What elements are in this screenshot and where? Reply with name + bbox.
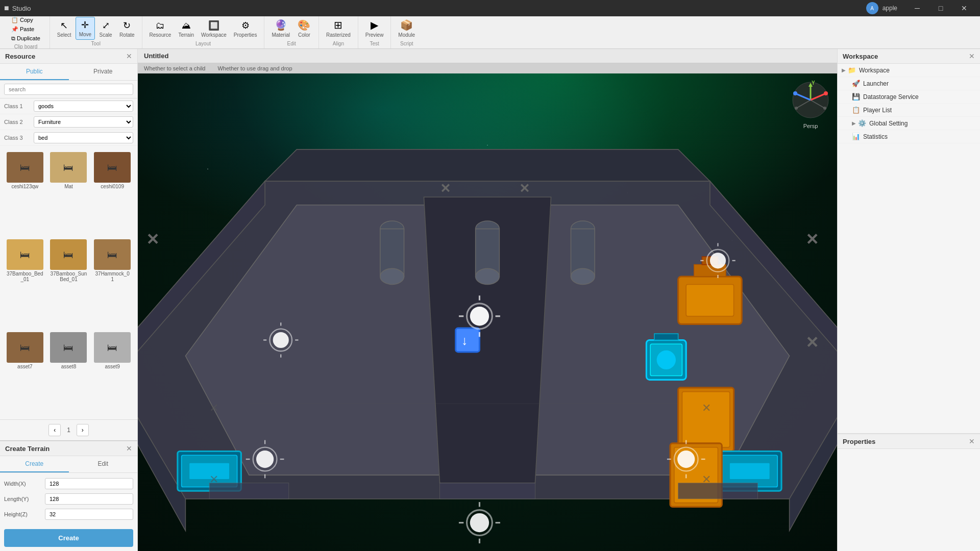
viewport-canvas[interactable]: ✕ ✕ ✕ ✕ ✕ ✕ <box>138 73 837 551</box>
svg-point-51 <box>273 332 289 348</box>
tree-item[interactable]: 📋Player List <box>838 104 980 117</box>
scale-icon: ⤢ <box>102 20 110 31</box>
hint1[interactable]: Whether to select a child <box>144 65 205 71</box>
tree-item-label: Datastorage Service <box>863 93 919 101</box>
terrain-create-btn[interactable]: Create <box>4 529 133 547</box>
material-label: Material <box>272 32 290 38</box>
resource-btn[interactable]: 🗂 Resource <box>146 18 175 40</box>
window-controls: ─ □ ✕ <box>905 0 976 16</box>
svg-text:✕: ✕ <box>702 402 711 414</box>
length-label: Length(Y) <box>4 496 41 502</box>
color-btn[interactable]: 🎨 Color <box>294 17 314 40</box>
workspace-btn[interactable]: 🔲 Workspace <box>198 18 230 40</box>
tree-item[interactable]: 🚀Launcher <box>838 77 980 90</box>
paste-icon: 📌 <box>11 26 18 33</box>
class1-select[interactable]: goods <box>34 101 133 112</box>
terrain-panel-close[interactable]: ✕ <box>126 444 132 453</box>
asset-item[interactable]: 🛏Mat <box>48 150 90 235</box>
hint-bar: Whether to select a child Whether to use… <box>138 63 837 73</box>
search-bar <box>0 81 137 98</box>
toolbar-clipboard-group: 📋 Copy 📌 Paste ⧉ Duplicate Clip board <box>2 16 50 48</box>
scale-btn[interactable]: ⤢ Scale <box>96 18 115 40</box>
svg-text:✕: ✕ <box>519 181 530 195</box>
properties-panel-close[interactable]: ✕ <box>969 437 975 445</box>
close-btn[interactable]: ✕ <box>952 0 976 16</box>
private-tab[interactable]: Private <box>69 64 138 80</box>
properties-panel: Properties ✕ <box>838 433 980 551</box>
persp-label: Persp <box>790 123 831 129</box>
left-panel: Resource ✕ Public Private Class 1 goods … <box>0 49 138 551</box>
clipboard-label: Clip board <box>14 44 38 49</box>
svg-point-45 <box>470 307 489 325</box>
width-input[interactable] <box>45 478 133 489</box>
svg-marker-9 <box>265 149 710 181</box>
asset-item[interactable]: 🛏ceshi0109 <box>91 150 133 235</box>
duplicate-btn[interactable]: ⧉ Duplicate <box>8 34 43 43</box>
app-title: Studio <box>12 5 31 12</box>
paste-btn[interactable]: 📌 Paste <box>8 25 43 34</box>
asset-name: asset8 <box>61 364 76 369</box>
module-btn[interactable]: 📦 Module <box>395 17 418 40</box>
viewport[interactable]: Untitled Whether to select a child Wheth… <box>138 49 837 551</box>
asset-item[interactable]: 🛏37Bamboo_SunBed_01 <box>48 237 90 328</box>
asset-item[interactable]: 🛏37Hammock_01 <box>91 237 133 328</box>
copy-btn[interactable]: 📋 Copy <box>8 16 43 24</box>
minimize-btn[interactable]: ─ <box>905 0 929 16</box>
scale-label: Scale <box>100 32 112 38</box>
asset-name: asset9 <box>105 364 119 369</box>
next-page-btn[interactable]: › <box>77 424 89 436</box>
asset-item[interactable]: 🛏asset8 <box>48 330 90 415</box>
toolbar-script-group: 📦 Module Script <box>391 16 422 48</box>
resource-tab-bar: Public Private <box>0 64 137 81</box>
asset-item[interactable]: 🛏37Bamboo_Bed_01 <box>4 237 46 328</box>
length-input[interactable] <box>45 493 133 505</box>
preview-btn[interactable]: ▶ Preview <box>362 17 387 40</box>
svg-text:✕: ✕ <box>209 402 218 414</box>
tree-item[interactable]: 📊Statistics <box>838 130 980 143</box>
properties-panel-title: Properties <box>843 438 875 445</box>
move-btn[interactable]: ✛ Move <box>76 17 95 40</box>
terrain-icon: ⛰ <box>182 20 191 31</box>
resource-panel-close[interactable]: ✕ <box>126 52 132 60</box>
svg-point-18 <box>380 268 404 284</box>
layout-label: Layout <box>195 41 211 46</box>
asset-item[interactable]: 🛏asset9 <box>91 330 133 415</box>
svg-rect-83 <box>209 483 289 499</box>
scene-svg: ✕ ✕ ✕ ✕ ✕ ✕ <box>138 73 837 551</box>
class2-select[interactable]: Furniture <box>34 116 133 128</box>
tree-item-icon: 📊 <box>852 133 860 140</box>
tree-item[interactable]: ▶📁Workspace <box>838 64 980 77</box>
class3-select[interactable]: bed <box>34 132 133 143</box>
maximize-btn[interactable]: □ <box>929 0 952 16</box>
terrain-panel-header: Create Terrain ✕ <box>0 441 137 456</box>
material-btn[interactable]: 🔮 Material <box>268 17 293 40</box>
select-btn[interactable]: ↖ Select <box>54 18 75 40</box>
hint2[interactable]: Whether to use drag and drop <box>217 65 292 71</box>
user-avatar: A <box>866 2 878 14</box>
properties-btn[interactable]: ⚙ Properties <box>231 18 260 40</box>
asset-item[interactable]: 🛏asset7 <box>4 330 46 415</box>
tree-item[interactable]: ▶⚙️Global Setting <box>838 117 980 130</box>
edit-terrain-tab[interactable]: Edit <box>69 456 138 472</box>
move-icon: ✛ <box>81 19 89 31</box>
svg-text:✕: ✕ <box>805 334 819 352</box>
asset-item[interactable]: 🛏ceshi123qw <box>4 150 46 235</box>
rasterized-btn[interactable]: ⊞ Rasterized <box>323 17 354 40</box>
resource-panel-title: Resource <box>5 53 35 60</box>
properties-icon: ⚙ <box>241 20 250 31</box>
svg-point-101 <box>795 107 798 110</box>
height-input[interactable] <box>45 509 133 520</box>
terrain-btn[interactable]: ⛰ Terrain <box>175 18 197 40</box>
svg-point-31 <box>657 350 676 369</box>
tree-item[interactable]: 💾Datastorage Service <box>838 90 980 104</box>
workspace-panel-close[interactable]: ✕ <box>969 52 975 60</box>
public-tab[interactable]: Public <box>0 64 69 80</box>
viewport-header: Untitled <box>138 49 837 63</box>
titlebar: ■ Studio A apple ─ □ ✕ <box>0 0 980 16</box>
svg-rect-85 <box>440 483 535 499</box>
search-input[interactable] <box>4 84 133 95</box>
rotate-btn[interactable]: ↻ Rotate <box>116 18 137 40</box>
create-terrain-tab[interactable]: Create <box>0 456 69 472</box>
prev-page-btn[interactable]: ‹ <box>48 424 61 436</box>
preview-label: Preview <box>365 32 384 38</box>
